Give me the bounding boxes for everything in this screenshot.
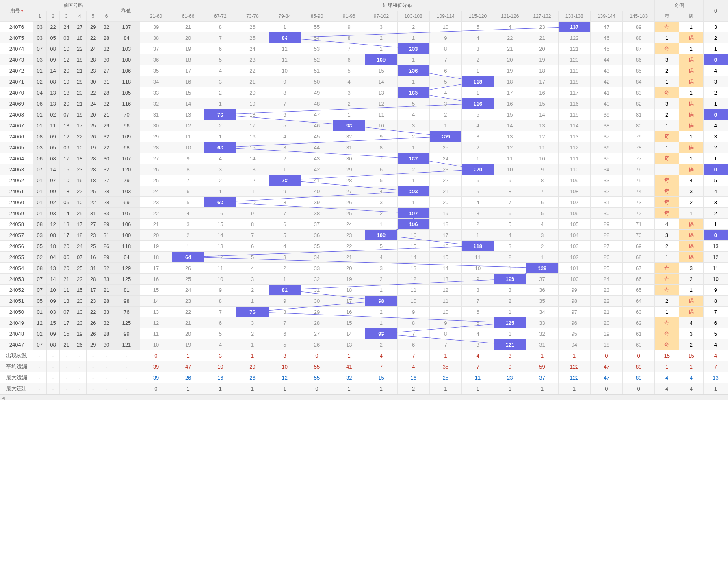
cell-dist: 27 xyxy=(301,328,333,339)
front-sub: 3 xyxy=(60,11,73,22)
cell-dist: 5 xyxy=(365,241,397,252)
cell-dist: 8 xyxy=(269,197,301,208)
cell-dist: 18 xyxy=(172,54,204,65)
cell-dist: 13 xyxy=(365,87,397,98)
cell-front: 23 xyxy=(87,65,100,76)
cell-front: 32 xyxy=(100,22,113,32)
cell-dist: 34 xyxy=(140,76,172,87)
cell-dist: 7 xyxy=(204,307,236,317)
cell-dist: 23 xyxy=(429,164,462,175)
cell-dist: 1 xyxy=(236,339,269,350)
cell-dist: 33 xyxy=(526,317,558,328)
cell-sum: 100 xyxy=(113,54,140,65)
cell-dist: 38 xyxy=(590,120,622,131)
cell-odd: 4 xyxy=(655,219,679,230)
cell-sum: 79 xyxy=(113,175,140,186)
cell-dist: 34 xyxy=(590,164,622,175)
cell-dist: 10 xyxy=(397,296,429,307)
cell-dist: 76 xyxy=(623,164,655,175)
cell-front: 28 xyxy=(100,296,113,307)
cell-dist: 5 xyxy=(204,328,236,339)
cell-odd: 奇 xyxy=(655,263,679,274)
cell-dist: 78 xyxy=(623,142,655,153)
cell-front: 10 xyxy=(73,142,87,153)
cell-dist: 64 xyxy=(172,252,204,263)
cell-dist: 77 xyxy=(623,153,655,164)
cell-dist: 1 xyxy=(397,76,429,87)
cell-front: 09 xyxy=(46,328,60,339)
cell-dist: 114 xyxy=(558,120,590,131)
cell-front: 15 xyxy=(46,317,60,328)
cell-dist: 101 xyxy=(558,263,590,274)
cell-zero: 0 xyxy=(703,109,728,120)
cell-front: 16 xyxy=(73,175,87,186)
cell-dist: 7 xyxy=(269,317,301,328)
cell-front: 03 xyxy=(33,54,46,65)
cell-even: 偶 xyxy=(679,65,704,76)
cell-dist: 3 xyxy=(365,22,397,32)
cell-dist: 20 xyxy=(590,317,622,328)
cell-dist: 67 xyxy=(623,263,655,274)
cell-dist: 9 xyxy=(494,175,526,186)
cell-dist: 30 xyxy=(301,296,333,307)
cell-dist: 14 xyxy=(172,98,204,109)
cell-dist: 7 xyxy=(236,230,269,241)
cell-period: 24049 xyxy=(0,317,33,328)
cell-dist: 99 xyxy=(365,328,397,339)
cell-dist: 2 xyxy=(365,339,397,350)
cell-dist: 9 xyxy=(269,296,301,307)
cell-dist: 12 xyxy=(140,317,172,328)
horizontal-scrollbar[interactable] xyxy=(0,394,728,400)
cell-zero: 3 xyxy=(703,76,728,87)
cell-dist: 51 xyxy=(301,65,333,76)
cell-front: 17 xyxy=(60,317,73,328)
cell-dist: 25 xyxy=(429,142,462,153)
cell-front: 20 xyxy=(60,98,73,109)
cell-front: 10 xyxy=(60,43,73,54)
cell-dist: 24 xyxy=(590,274,622,285)
cell-odd: 奇 xyxy=(655,208,679,219)
cell-odd: 1 xyxy=(655,142,679,153)
cell-dist: 21 xyxy=(172,317,204,328)
cell-dist: 107 xyxy=(397,208,429,219)
table-row: 2405307142122283312516251031321921213912… xyxy=(0,274,728,285)
cell-dist: 1 xyxy=(365,285,397,296)
cell-dist: 8 xyxy=(494,186,526,197)
cell-odd: 奇 xyxy=(655,197,679,208)
cell-dist: 36 xyxy=(140,54,172,65)
cell-dist: 5 xyxy=(269,120,301,131)
cell-front: 07 xyxy=(33,339,46,350)
cell-dist: 8 xyxy=(236,219,269,230)
dist-range: 121-126 xyxy=(494,11,526,22)
cell-zero: 11 xyxy=(703,263,728,274)
stat-label: 最大遗漏 xyxy=(0,372,33,383)
cell-dist: 66 xyxy=(623,274,655,285)
cell-front: 22 xyxy=(73,186,87,197)
table-row: 2405408132025313212917261142332031314101… xyxy=(0,263,728,274)
col-period[interactable]: 期号 ▾ xyxy=(0,0,33,22)
cell-odd: 奇 xyxy=(655,22,679,32)
cell-front: 14 xyxy=(60,208,73,219)
cell-dist: 1 xyxy=(397,197,429,208)
table-row: 2406101091822252810324611194027410321587… xyxy=(0,186,728,197)
cell-dist: 11 xyxy=(140,328,172,339)
cell-front: 07 xyxy=(33,274,46,285)
cell-dist: 2 xyxy=(365,32,397,43)
cell-zero: 10 xyxy=(703,274,728,285)
cell-dist: 4 xyxy=(269,241,301,252)
cell-zero: 7 xyxy=(703,307,728,317)
cell-dist: 64 xyxy=(623,296,655,307)
cell-dist: 16 xyxy=(236,131,269,142)
cell-dist: 13 xyxy=(204,241,236,252)
cell-dist: 3 xyxy=(172,219,204,230)
cell-front: 05 xyxy=(33,241,46,252)
cell-front: 06 xyxy=(60,252,73,263)
cell-dist: 25 xyxy=(172,274,204,285)
cell-odd: 奇 xyxy=(655,43,679,54)
cell-dist: 21 xyxy=(429,186,462,197)
cell-front: 22 xyxy=(73,274,87,285)
cell-front: 25 xyxy=(87,120,100,131)
cell-front: 25 xyxy=(87,186,100,197)
cell-dist: 12 xyxy=(429,285,462,296)
cell-dist: 23 xyxy=(590,285,622,296)
